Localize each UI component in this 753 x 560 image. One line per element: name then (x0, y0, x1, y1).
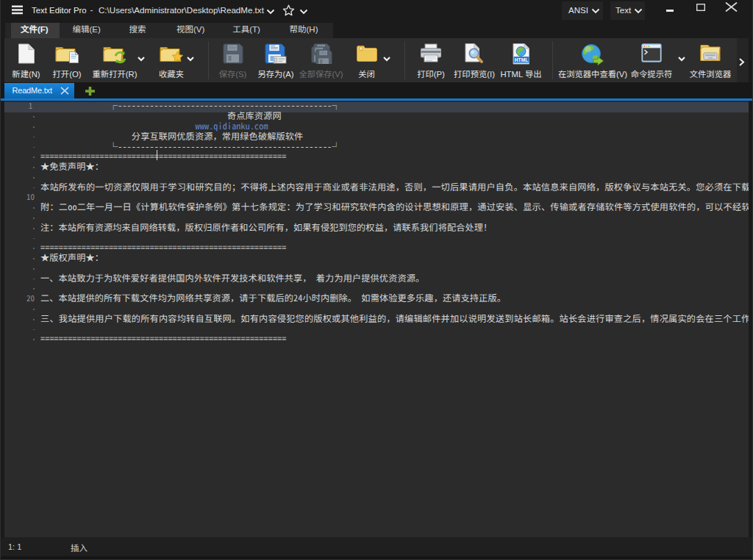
svg-text:HTML: HTML (514, 57, 527, 62)
